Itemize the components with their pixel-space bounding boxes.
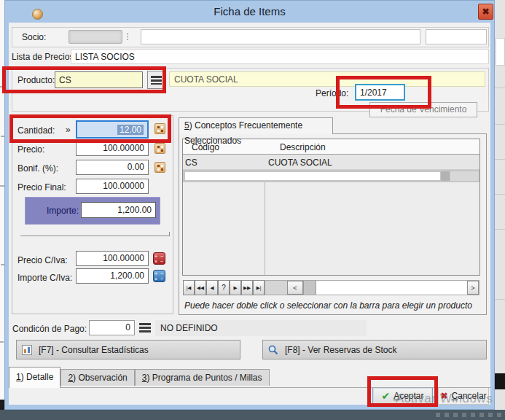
bottom-tab-bar: 1) Detalle 2) Observación 3) Programa de…	[9, 367, 270, 388]
calc-symbols-top: + −	[154, 254, 165, 259]
scroll-right-button[interactable]: >	[467, 281, 479, 295]
scrollbar-thumb[interactable]	[303, 281, 316, 295]
selection-bar-tail	[450, 171, 479, 181]
dialog-title: Ficha de Items	[4, 5, 495, 18]
f7-button-label: [F7] - Consultar Estadísticas	[39, 345, 149, 355]
condicion-pago-label: Condicón de Pago:	[12, 324, 87, 334]
background-right-line	[495, 194, 505, 195]
importe-iva-label: Importe C/Iva:	[17, 273, 72, 283]
condicion-estado: NO DEFINIDO	[160, 323, 218, 333]
f8-button-label: [F8] - Ver Reservas de Stock	[285, 345, 396, 355]
producto-descripcion-band: CUOTA SOCIAL	[169, 71, 485, 87]
f7-consultar-estadisticas-button[interactable]: [F7] - Consultar Estadísticas	[16, 340, 240, 359]
tab-detalle-rest: ) Detalle	[21, 372, 54, 382]
background-right-dark-band	[495, 373, 505, 389]
scroll-left-button[interactable]: <	[287, 281, 303, 295]
calculator-icon-bonif[interactable]	[154, 162, 165, 173]
calc-symbols-bottom: × ÷	[154, 259, 165, 264]
table-hint-text: Puede hacer doble click o seleccionar co…	[184, 300, 472, 311]
annotation-box-cantidad	[9, 114, 171, 143]
tab-detalle-accel: 1	[16, 372, 21, 382]
nav-next-icon: ▶	[234, 285, 238, 290]
nav-fast-next-button[interactable]: ▶▶	[241, 280, 253, 295]
scrollbar-track[interactable]	[316, 281, 467, 295]
socio-number-field-redacted[interactable]	[68, 30, 122, 44]
selection-bar	[185, 172, 440, 180]
taskbar-strip	[0, 410, 505, 420]
importe-input[interactable]: 1,200.00	[81, 202, 156, 218]
background-right-line	[495, 159, 505, 160]
lista-precios-label: Lista de Precios:	[12, 52, 77, 62]
screen: Ficha de Items ✖ .close-btn{position:abs…	[0, 0, 505, 420]
background-right-box	[496, 38, 505, 66]
background-right-line	[495, 229, 505, 230]
table-cell-descripcion: CUOTA SOCIAL	[268, 158, 332, 168]
lista-precios-field: LISTA SOCIOS	[71, 49, 489, 64]
background-right-line	[495, 299, 505, 300]
statistics-icon	[22, 345, 32, 355]
condicion-estado-band: NO DEFINIDO	[155, 320, 367, 336]
ellipsis-icon: ⋮	[124, 32, 132, 41]
socio-name-field[interactable]	[141, 29, 420, 44]
tab-detalle[interactable]: 1) Detalle	[9, 367, 60, 388]
precio-final-label: Precio Final:	[17, 182, 66, 192]
selection-bar-handle[interactable]	[441, 171, 450, 181]
nav-last-button[interactable]: ▶|	[253, 280, 265, 295]
tab-programa-puntos[interactable]: 3) Programa de Puntos / Millas	[135, 369, 270, 386]
tab-accel: 5	[184, 120, 189, 131]
bonif-input[interactable]: 0.00	[76, 160, 149, 175]
nav-search-icon: ?	[222, 284, 226, 292]
annotation-box-producto	[2, 66, 166, 93]
nav-last-icon: ▶|	[257, 285, 262, 290]
nav-fast-next-icon: ▶▶	[243, 285, 251, 290]
annotation-box-aceptar	[367, 376, 438, 407]
nav-fast-prev-icon: ◀◀	[197, 285, 204, 290]
precio-iva-input[interactable]: 100.00000	[76, 251, 149, 266]
table-header-descripcion: Descripción	[280, 142, 326, 152]
annotation-box-periodo	[336, 76, 431, 109]
importe-label: Importe:	[47, 206, 79, 216]
tab-conceptos-frecuentes[interactable]: 5) Conceptos Frecuentemente Seleccionado…	[179, 117, 333, 134]
horizontal-scrollbar[interactable]: < >	[265, 280, 479, 295]
lista-precios-value: LISTA SOCIOS	[75, 52, 135, 62]
tab-observacion[interactable]: 2) Observación	[60, 369, 134, 386]
background-left-mark	[0, 341, 4, 343]
producto-descripcion: CUOTA SOCIAL	[174, 74, 238, 85]
socio-lookup-button[interactable]: ⋮	[123, 31, 132, 44]
scroll-left-icon: <	[293, 284, 297, 292]
nav-first-button[interactable]: |◀	[183, 280, 195, 295]
calculator-icon-importe-iva[interactable]: + −× ÷	[153, 270, 165, 282]
close-button[interactable]: ✖	[478, 4, 493, 20]
tab-programa-rest: ) Programa de Puntos / Millas	[146, 373, 262, 383]
table-cell-codigo: CS	[185, 158, 197, 168]
scrollbar-lead	[265, 281, 287, 295]
tab-observacion-rest: ) Observación	[73, 373, 128, 383]
socio-extra-field[interactable]	[426, 29, 487, 44]
precio-final-input[interactable]: 100.00000	[76, 179, 149, 194]
calculator-icon-precio-iva[interactable]: + −× ÷	[153, 252, 165, 265]
background-right-line	[495, 124, 505, 125]
divider-tick	[169, 232, 170, 236]
nav-prev-icon: ◀	[211, 285, 214, 290]
calc-symbols-bottom: × ÷	[154, 276, 165, 281]
background-right-line	[495, 88, 505, 88]
precio-input[interactable]: 100.00000	[76, 141, 149, 156]
calc-symbols-top: + −	[154, 271, 165, 276]
nav-search-button[interactable]: ?	[218, 280, 230, 295]
f8-ver-reservas-stock-button[interactable]: [F8] - Ver Reservas de Stock	[262, 340, 487, 359]
condicion-pago-input[interactable]: 0	[89, 320, 135, 335]
close-icon: ✖	[482, 7, 489, 17]
nav-first-icon: |◀	[187, 285, 192, 290]
nav-fast-prev-button[interactable]: ◀◀	[195, 280, 206, 295]
precio-iva-label: Precio C/Iva:	[17, 255, 68, 265]
calculator-icon-precio[interactable]	[154, 143, 165, 154]
nav-next-button[interactable]: ▶	[230, 280, 241, 295]
importe-iva-input[interactable]: 1,200.00	[76, 268, 149, 284]
nav-prev-button[interactable]: ◀	[206, 280, 218, 295]
bonif-label: Bonif. (%):	[17, 163, 58, 174]
socio-label: Socio:	[22, 32, 46, 42]
scroll-right-icon: >	[471, 284, 474, 292]
magnifier-icon	[268, 345, 278, 355]
condicion-menu-icon[interactable]	[139, 323, 151, 332]
watermark-second-line-blur	[436, 413, 501, 417]
